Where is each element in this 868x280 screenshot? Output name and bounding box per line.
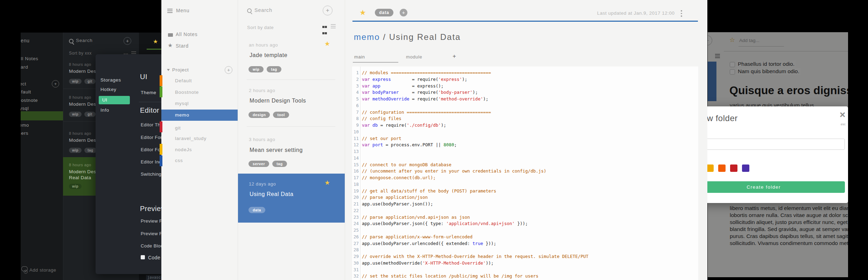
dark-sidebar-project[interactable]: Project (21, 81, 26, 86)
add-folder-button[interactable]: + (225, 66, 232, 74)
code-line[interactable]: 14 (352, 155, 362, 162)
prefs-preview-font-family[interactable]: Preview Font Family (141, 231, 164, 236)
editor-star-icon[interactable]: ★ (359, 8, 366, 17)
dark-add-storage-button[interactable]: Add storage (29, 267, 56, 273)
tab-module[interactable]: module (406, 54, 422, 59)
note-tags: wiptag (69, 147, 99, 153)
code-line[interactable]: 24app.use(bodyParser.json({ type: 'appli… (352, 220, 528, 227)
dark-star-icon[interactable]: ★ (153, 38, 158, 45)
dark-sidebar-item-starred[interactable]: Stard (21, 64, 28, 70)
dark-folder-mysql[interactable]: mysql (21, 106, 29, 111)
sidebar-folder-css[interactable]: css (175, 158, 183, 163)
dark-add-folder-button[interactable]: + (52, 80, 59, 88)
prefs-preview-font-size[interactable]: Preview Font Size (141, 218, 164, 224)
sidebar-folder-nodejs[interactable]: nodeJs (175, 147, 192, 152)
prefs-checkbox[interactable] (141, 255, 145, 259)
color-swatch-amber[interactable] (706, 164, 714, 172)
sidebar-item-starred[interactable]: Stard (176, 43, 189, 49)
selected-note[interactable]: 12 days ago ★ Using Real Data data (238, 174, 345, 223)
code-line[interactable]: 9var db = require('./config/db'); (352, 122, 446, 129)
code-line[interactable]: 27app.use(bodyParser.urlencoded({ extend… (352, 240, 496, 247)
note-tags: data (248, 206, 268, 213)
dark-new-note-button[interactable]: + (124, 37, 131, 45)
note-star-icon[interactable]: ★ (324, 40, 330, 48)
dark-search-input[interactable]: Search (76, 38, 93, 43)
code-line[interactable]: 12var port = process.env.PORT || 8080; (352, 142, 457, 148)
code-line[interactable]: 17// mongoose.connect(db.url); (352, 175, 436, 181)
code-line[interactable]: 20// parse application/json (352, 194, 428, 201)
note-star-icon[interactable]: ★ (324, 179, 330, 187)
dark-folder-memo[interactable]: memo (21, 122, 29, 128)
prefs-editor-font-size[interactable]: Editor Font Size (141, 135, 164, 140)
code-line[interactable]: 8// config files (352, 115, 401, 122)
code-line[interactable]: 29// override with the X-HTTP-Method-Ove… (352, 253, 588, 260)
code-line[interactable]: 25 (352, 227, 362, 234)
prefs-code-block-theme[interactable]: Code Block Theme (141, 243, 164, 248)
sidebar-folder-memo-selected[interactable] (161, 110, 238, 121)
code-line[interactable]: 19// get all data/stuff of the body (POS… (352, 188, 496, 195)
close-icon[interactable]: × (840, 109, 845, 120)
add-tab-button[interactable]: + (453, 53, 456, 60)
add-tag-button[interactable]: + (400, 9, 407, 16)
sidebar-folder-default[interactable]: Default (175, 78, 192, 83)
prefs-theme-label[interactable]: Theme (141, 90, 156, 95)
sidebar-project-header[interactable]: Project (172, 67, 189, 72)
search-input[interactable]: Search (254, 7, 272, 13)
code-line[interactable]: 22 (352, 208, 362, 214)
prefs-switching-preview[interactable]: Switching Preview (141, 172, 164, 177)
dark-folder-selected-row[interactable] (21, 111, 63, 120)
dark-sidebar-item-all-notes[interactable]: All Notes (21, 56, 38, 61)
code-line[interactable]: 3var app = express(); (352, 83, 443, 90)
sidebar-folder-laravel[interactable]: laravel_study (175, 136, 206, 141)
code-line[interactable]: 23// parse application/vnd.api+json as j… (352, 214, 470, 221)
sidebar-folder-mysql[interactable]: mysql (175, 101, 189, 106)
code-line[interactable]: 6 (352, 103, 362, 109)
color-swatch-red[interactable] (730, 164, 737, 172)
dark-folder-others[interactable]: others (21, 131, 28, 136)
tab-main[interactable]: main (354, 54, 365, 59)
code-line[interactable]: 5var methodOverride = require('method-ov… (352, 96, 488, 103)
dark-menu-button[interactable]: Menu (21, 38, 29, 43)
dark-sort-dropdown[interactable]: Sort by xxx (69, 51, 92, 56)
menu-button[interactable]: Menu (176, 8, 189, 13)
note-title[interactable]: Modern Design Tools (250, 98, 306, 104)
sidebar-folder-git[interactable]: git (175, 125, 181, 131)
code-line[interactable]: 7// configuration ======================… (352, 109, 491, 116)
list-view-icon[interactable] (331, 24, 336, 29)
code-line[interactable]: 2var express = require('express'); (352, 76, 467, 83)
code-line[interactable]: 16// (uncomment after you enter in your … (352, 168, 546, 175)
code-line[interactable]: 10 (352, 129, 362, 135)
code-line[interactable]: 26// parse application/x-www-form-urlenc… (352, 234, 472, 240)
code-line[interactable]: 11// set our port (352, 135, 401, 142)
prefs-nav-storages[interactable]: Storages (100, 77, 121, 83)
note-title[interactable]: Mean server setting (250, 147, 303, 153)
code-line[interactable]: 28 (352, 247, 362, 253)
code-line[interactable]: 15// connect to our mongoDB database (352, 162, 451, 168)
code-line[interactable]: 13 (352, 148, 362, 155)
editor-tag-pill[interactable]: data (375, 9, 393, 16)
code-line[interactable]: 18 (352, 181, 362, 188)
color-swatch-indigo[interactable] (742, 164, 749, 172)
chevron-down-icon[interactable] (167, 69, 170, 71)
prefs-nav-hotkey[interactable]: Hotkey (100, 87, 117, 92)
code-line[interactable]: 21app.use(bodyParser.json()); (352, 201, 433, 208)
breadcrumb-folder[interactable]: memo (354, 32, 380, 42)
code-editor[interactable]: 1// modules ============================… (352, 66, 698, 280)
kebab-menu-icon[interactable] (681, 10, 682, 18)
grid-view-icon[interactable] (322, 23, 328, 36)
dark-folder-default[interactable]: Default (21, 89, 31, 94)
sidebar-folder-boostnote[interactable]: Boostnote (175, 90, 199, 95)
new-note-button[interactable]: + (323, 6, 332, 15)
sort-dropdown[interactable]: Sort by date (247, 25, 274, 30)
code-line[interactable]: 32// set the static files location /publ… (352, 273, 538, 280)
color-swatch-orange[interactable] (718, 164, 726, 172)
dark-folder-boostnote[interactable]: Boostnote (21, 98, 38, 103)
code-line[interactable]: 31 (352, 267, 362, 273)
hamburger-icon[interactable] (167, 9, 173, 14)
note-title[interactable]: Jade template (250, 52, 287, 58)
prefs-nav-info[interactable]: Info (100, 107, 109, 113)
code-line[interactable]: 30app.use(methodOverride('X-HTTP-Method-… (352, 260, 493, 267)
code-line[interactable]: 4var bodyParser = require('body-parser')… (352, 89, 478, 96)
code-line[interactable]: 1// modules ============================… (352, 70, 491, 76)
sidebar-item-all-notes[interactable]: All Notes (176, 32, 197, 37)
